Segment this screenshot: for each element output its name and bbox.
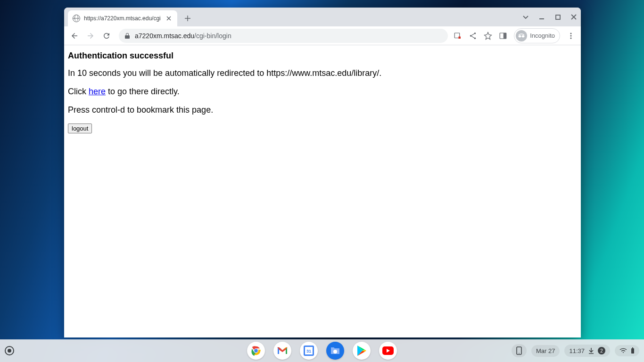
menu-icon[interactable] xyxy=(567,32,575,40)
active-tab[interactable]: https://a7220xm.mtsac.edu/cgi xyxy=(68,10,177,26)
calendar-app-icon[interactable]: 31 xyxy=(300,342,318,360)
gmail-app-icon[interactable] xyxy=(273,342,291,360)
reload-button[interactable] xyxy=(100,29,113,42)
svg-point-8 xyxy=(519,35,521,37)
notification-badge: 2 xyxy=(598,347,605,354)
files-app-icon[interactable] xyxy=(326,342,344,360)
browser-window: https://a7220xm.mtsac.edu/cgi xyxy=(64,8,581,337)
date-indicator[interactable]: Mar 27 xyxy=(531,345,560,357)
direct-link-line: Click here to go there directly. xyxy=(68,87,577,97)
launcher-button[interactable] xyxy=(5,346,14,355)
url-text: a7220xm.mtsac.edu/cgi-bin/login xyxy=(135,32,442,40)
svg-point-10 xyxy=(570,33,572,34)
bookmark-star-icon[interactable] xyxy=(484,32,492,40)
svg-rect-24 xyxy=(632,347,633,348)
shelf-apps: 31 xyxy=(247,342,397,360)
svg-rect-7 xyxy=(504,33,506,39)
back-button[interactable] xyxy=(68,29,81,42)
time-text: 11:37 xyxy=(569,347,585,354)
bookmark-hint: Press control-d to bookmark this page. xyxy=(68,105,577,115)
page-content: Authentication successful In 10 seconds … xyxy=(64,45,581,337)
chrome-app-icon[interactable] xyxy=(247,342,265,360)
svg-point-9 xyxy=(522,35,525,37)
globe-icon xyxy=(73,15,80,22)
translate-icon[interactable] xyxy=(454,32,462,40)
tab-search-icon[interactable] xyxy=(522,14,529,20)
close-tab-icon[interactable] xyxy=(165,15,173,22)
svg-rect-2 xyxy=(459,36,461,39)
system-tray[interactable]: 11:37 2 xyxy=(564,345,610,357)
incognito-icon xyxy=(516,30,527,41)
minimize-icon[interactable] xyxy=(538,14,545,20)
incognito-indicator[interactable]: Incognito xyxy=(514,28,560,43)
here-link[interactable]: here xyxy=(89,87,106,96)
youtube-app-icon[interactable] xyxy=(379,342,397,360)
close-window-icon[interactable] xyxy=(570,14,577,20)
svg-point-3 xyxy=(474,33,476,34)
svg-text:31: 31 xyxy=(306,349,311,354)
incognito-label: Incognito xyxy=(530,32,555,39)
network-battery-tray[interactable] xyxy=(615,345,639,356)
wifi-icon xyxy=(619,348,627,354)
svg-point-12 xyxy=(570,37,572,39)
svg-point-22 xyxy=(519,353,520,354)
logout-button[interactable]: logout xyxy=(68,123,92,133)
svg-rect-0 xyxy=(556,15,560,19)
battery-icon xyxy=(631,347,635,354)
browser-toolbar: a7220xm.mtsac.edu/cgi-bin/login xyxy=(64,26,581,45)
maximize-icon[interactable] xyxy=(554,14,561,20)
forward-button[interactable] xyxy=(84,29,97,42)
svg-point-11 xyxy=(570,35,572,36)
address-bar[interactable]: a7220xm.mtsac.edu/cgi-bin/login xyxy=(119,29,448,43)
share-icon[interactable] xyxy=(469,32,477,40)
desktop: https://a7220xm.mtsac.edu/cgi xyxy=(0,0,644,362)
side-panel-icon[interactable] xyxy=(499,32,507,40)
download-icon xyxy=(588,347,594,354)
auth-heading: Authentication successful xyxy=(68,51,577,61)
new-tab-button[interactable] xyxy=(181,12,194,25)
lock-icon xyxy=(124,33,130,39)
tab-strip: https://a7220xm.mtsac.edu/cgi xyxy=(64,8,581,26)
tab-title: https://a7220xm.mtsac.edu/cgi xyxy=(84,15,161,22)
svg-point-5 xyxy=(474,37,476,39)
phone-hub-icon[interactable] xyxy=(512,344,527,357)
window-controls xyxy=(522,8,577,26)
redirect-message: In 10 seconds you will be automatically … xyxy=(68,68,577,78)
toolbar-actions: Incognito xyxy=(454,28,577,43)
status-area: Mar 27 11:37 2 xyxy=(512,344,639,357)
svg-rect-23 xyxy=(631,348,634,354)
svg-point-4 xyxy=(470,35,471,36)
play-store-app-icon[interactable] xyxy=(353,342,371,360)
shelf: 31 Mar 27 11:37 2 xyxy=(0,339,644,362)
svg-point-19 xyxy=(333,350,337,354)
